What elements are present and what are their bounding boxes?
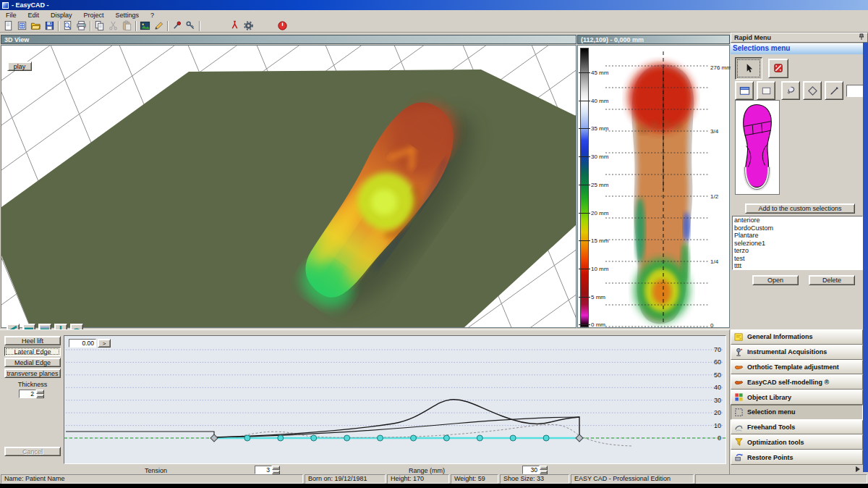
- tool-accordion: General InformationsInstrumental Acquisi…: [731, 329, 863, 465]
- gear-tool: [243, 20, 254, 31]
- accordion-object-library[interactable]: Object Library: [731, 390, 863, 405]
- svg-text:60: 60: [714, 358, 721, 366]
- open-folder: [30, 20, 41, 31]
- cancel-button[interactable]: Cancel: [4, 447, 61, 456]
- menu-bar: FileEditDisplayProjectSettings?: [0, 10, 868, 20]
- foot-map-canvas[interactable]: 45 mm40 mm35 mm30 mm25 mm20 mm15 mm10 mm…: [577, 45, 730, 328]
- custom-selections-list[interactable]: anteriorebordoCustomPlantareselezione1te…: [732, 216, 863, 270]
- pen-select-button[interactable]: [825, 81, 843, 100]
- print-button[interactable]: [75, 20, 88, 32]
- optimization-icon: [734, 437, 744, 447]
- open-button[interactable]: Open: [752, 275, 799, 285]
- accordion-label: General Informations: [747, 333, 813, 340]
- thickness-spinner[interactable]: 2: [19, 390, 44, 398]
- play-button[interactable]: play: [7, 62, 32, 71]
- selection-list-item[interactable]: Plantare: [733, 232, 862, 240]
- menu-file[interactable]: File: [0, 12, 22, 19]
- deselect: [773, 62, 785, 75]
- window-bottom-edge: [0, 484, 868, 488]
- save: [44, 20, 55, 31]
- accordion-restore-points[interactable]: Restore Points: [731, 450, 863, 465]
- copy-button[interactable]: [93, 20, 106, 32]
- image-tool-button[interactable]: [138, 20, 152, 32]
- menu-project[interactable]: Project: [78, 12, 110, 19]
- save-button[interactable]: [43, 20, 56, 32]
- length-label: 1/4: [710, 258, 718, 265]
- panel-expand-arrow[interactable]: [856, 466, 860, 472]
- rect-select-button[interactable]: [757, 81, 775, 100]
- arrow-cursor-button[interactable]: [735, 57, 762, 80]
- exit-app-button[interactable]: [276, 20, 289, 32]
- menu-edit[interactable]: Edit: [22, 12, 46, 19]
- range-label: Range (mm): [409, 467, 445, 474]
- diamond-select-button[interactable]: [803, 81, 822, 100]
- selection-list-item[interactable]: selezione1: [733, 240, 862, 248]
- new-document-button[interactable]: [1, 20, 15, 32]
- project-home-button[interactable]: [15, 20, 29, 32]
- accordion-freehand-tools[interactable]: Freehand Tools: [731, 420, 863, 435]
- selection-preview-box[interactable]: [735, 100, 780, 195]
- delete-button[interactable]: Delete: [809, 275, 855, 285]
- scale-tick: [579, 269, 590, 269]
- curve-plot[interactable]: 706050403020100 0.00 >: [64, 335, 726, 464]
- selection-size-spinner-value[interactable]: [846, 85, 864, 97]
- 3d-view-canvas[interactable]: play: [1, 45, 576, 328]
- selection-list-item[interactable]: anteriore: [733, 216, 862, 224]
- caliper-tool-button[interactable]: [228, 20, 242, 32]
- accordion-instrumental-acquisitions[interactable]: Instrumental Acquisitions: [731, 345, 863, 360]
- accordion-orthotic-template-adjustment[interactable]: Orthotic Template adjustment: [731, 360, 863, 375]
- thickness-spinner-down[interactable]: [36, 394, 44, 398]
- accordion-label: Selection menu: [747, 408, 796, 416]
- height-value-field[interactable]: 0.00: [69, 339, 96, 348]
- apply-value-button[interactable]: >: [98, 339, 111, 348]
- profile-heel-lift-button[interactable]: Heel lift: [4, 336, 61, 345]
- selection-list-item[interactable]: tttt: [733, 262, 862, 270]
- accordion-label: Restore Points: [747, 454, 793, 461]
- profile-lateral-edge-button[interactable]: Lateral Edge: [4, 347, 61, 356]
- pencil-tool-button[interactable]: [152, 20, 166, 32]
- svg-text:0: 0: [718, 434, 721, 442]
- accordion-selection-menu[interactable]: Selection menu: [731, 405, 863, 420]
- menu-settings[interactable]: Settings: [110, 12, 145, 19]
- tension-spinner-value[interactable]: 3: [255, 466, 272, 474]
- image-tool: [140, 20, 150, 31]
- tension-spinner[interactable]: 3: [255, 466, 280, 474]
- deselect-button[interactable]: [768, 59, 788, 78]
- key-tool-button[interactable]: [184, 20, 197, 32]
- cut-button[interactable]: [106, 20, 120, 32]
- new-document: [3, 20, 14, 31]
- range-spinner[interactable]: 30: [522, 466, 548, 474]
- open-folder-button[interactable]: [29, 20, 43, 32]
- accordion-easycad-self-modelling-[interactable]: EasyCAD self-modelling ®: [731, 374, 863, 390]
- toolbar-separator: [167, 21, 169, 31]
- paste-button[interactable]: [120, 20, 134, 32]
- foot-map-header: (112,109) - 0,000 mm: [577, 35, 730, 44]
- menu-help[interactable]: ?: [145, 12, 160, 19]
- selection-list-item[interactable]: bordoCustom: [733, 224, 862, 232]
- window-select: [739, 85, 751, 97]
- copy: [94, 20, 105, 31]
- window-select-button[interactable]: [735, 81, 754, 100]
- profile-medial-edge-button[interactable]: Medial Edge: [4, 358, 61, 367]
- thickness-spinner-value[interactable]: 2: [19, 390, 36, 398]
- menu-display[interactable]: Display: [45, 12, 78, 19]
- pin-icon[interactable]: [859, 33, 864, 42]
- selection-list-item[interactable]: test: [733, 255, 862, 263]
- accordion-general-informations[interactable]: General Informations: [731, 329, 863, 345]
- scale-label: 5 mm: [591, 294, 605, 300]
- rapid-menu-titlebar: Rapid Menu: [731, 33, 868, 43]
- print-preview-button[interactable]: [61, 20, 75, 32]
- selection-list-item[interactable]: terzo: [733, 247, 862, 255]
- arrow-cursor: [743, 62, 755, 75]
- add-to-custom-selections-button[interactable]: Add to the custom selections: [745, 203, 855, 214]
- range-spinner-value[interactable]: 30: [522, 466, 540, 474]
- lasso-select-button[interactable]: [781, 81, 800, 100]
- status-segment: Weight: 59: [451, 474, 498, 484]
- insole-icon: [734, 362, 744, 371]
- accordion-optimization-tools[interactable]: Optimization tools: [731, 434, 863, 450]
- gear-tool-button[interactable]: [242, 20, 255, 32]
- profile-transverse-planes-button[interactable]: transverse planes: [4, 369, 61, 378]
- plier-tool-button[interactable]: [170, 20, 184, 32]
- rapid-menu-title: Rapid Menu: [734, 34, 771, 41]
- svg-text:70: 70: [714, 346, 721, 353]
